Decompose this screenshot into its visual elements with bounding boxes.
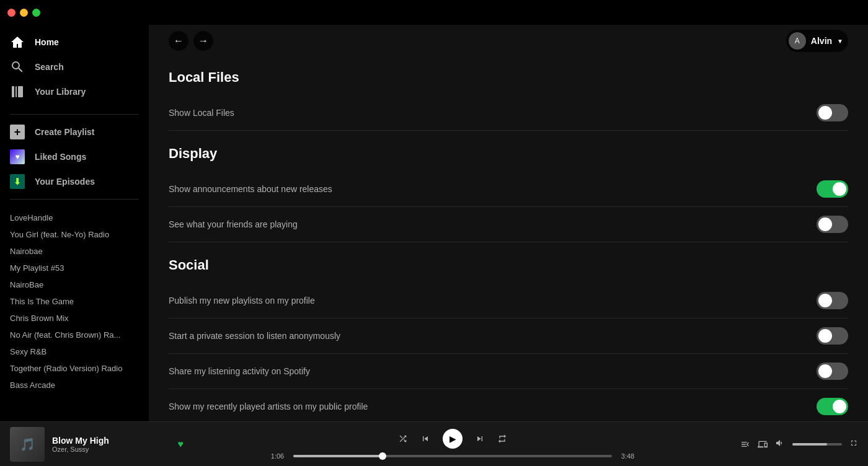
toggle-show-local-files[interactable] (817, 104, 848, 121)
setting-label: Share my listening activity on Spotify (169, 366, 310, 376)
player-bar: 🎵 Blow My High Ozer, Sussy ♥ ▶ (0, 421, 868, 466)
home-icon (10, 35, 25, 50)
avatar-letter: A (795, 37, 800, 45)
queue-icon[interactable] (740, 439, 750, 449)
close-button[interactable] (7, 9, 16, 17)
sidebar: Home Search Your Libra (0, 25, 149, 466)
section-title-display: Display (169, 146, 848, 162)
next-button[interactable] (475, 434, 485, 444)
player-right (722, 438, 858, 451)
like-button[interactable]: ♥ (178, 439, 184, 450)
setting-row: See what your friends are playing (169, 207, 848, 242)
sidebar-item-home[interactable]: Home (0, 30, 149, 55)
track-title: Blow My High (52, 436, 170, 446)
play-icon: ▶ (450, 434, 456, 444)
nav-arrows: ← → (169, 31, 213, 51)
track-info: Blow My High Ozer, Sussy (52, 436, 170, 453)
titlebar (0, 0, 868, 25)
create-playlist-button[interactable]: + Create Playlist (0, 120, 149, 144)
list-item[interactable]: Sexy R&B (0, 343, 149, 360)
app-layout: Home Search Your Libra (0, 25, 868, 466)
play-pause-button[interactable]: ▶ (443, 429, 463, 449)
setting-label: Start a private session to listen anonym… (169, 331, 340, 341)
back-button[interactable]: ← (169, 31, 188, 51)
create-playlist-label: Create Playlist (35, 127, 95, 137)
list-item[interactable]: Nairobae (0, 243, 149, 260)
svg-rect-2 (18, 86, 23, 97)
toggle-knob (818, 294, 832, 307)
track-thumbnail: 🎵 (10, 427, 45, 462)
minimize-button[interactable] (20, 9, 28, 17)
user-menu[interactable]: A Alvin ▼ (786, 30, 848, 52)
devices-icon[interactable] (758, 439, 768, 449)
top-nav: ← → A Alvin ▼ (169, 30, 848, 52)
toggle-private-session[interactable] (817, 327, 848, 345)
sidebar-item-search[interactable]: Search (0, 55, 149, 79)
toggle-announcements[interactable] (817, 180, 848, 198)
toggle-recent-artists[interactable] (817, 398, 848, 415)
toggle-knob (818, 364, 832, 378)
total-time: 3:48 (617, 452, 639, 460)
local-files-section: Local Files Show Local Files (169, 69, 848, 131)
user-name: Alvin (811, 36, 832, 46)
volume-bar[interactable] (792, 443, 842, 446)
setting-row: Show announcements about new releases (169, 172, 848, 207)
toggle-share-listening[interactable] (817, 363, 848, 380)
your-episodes-button[interactable]: ⬇ Your Episodes (0, 169, 149, 194)
sidebar-item-label: Search (35, 62, 64, 72)
chevron-down-icon: ▼ (837, 38, 843, 45)
player-track: 🎵 Blow My High Ozer, Sussy ♥ (10, 427, 184, 462)
fullscreen-button[interactable] (849, 439, 858, 449)
sidebar-divider-2 (10, 199, 139, 200)
setting-row: Publish my new playlists on my profile (169, 283, 848, 319)
list-item[interactable]: LoveHandle (0, 209, 149, 226)
sidebar-item-label: Your Library (35, 87, 86, 97)
shuffle-button[interactable] (398, 434, 408, 444)
list-item[interactable]: My Playlist #53 (0, 260, 149, 276)
toggle-knob (818, 329, 832, 343)
repeat-button[interactable] (497, 434, 507, 444)
library-icon (10, 84, 25, 99)
liked-songs-label: Liked Songs (35, 152, 86, 162)
setting-row: Share my listening activity on Spotify (169, 354, 848, 389)
toggle-knob (818, 218, 832, 231)
section-title-local-files: Local Files (169, 69, 848, 86)
forward-icon: → (198, 35, 208, 46)
setting-row: Show Local Files (169, 95, 848, 131)
list-item[interactable]: Together (Radio Version) Radio (0, 360, 149, 377)
sidebar-divider (10, 114, 139, 115)
toggle-knob (833, 400, 846, 413)
window-controls (7, 9, 40, 17)
forward-button[interactable]: → (193, 31, 213, 51)
previous-button[interactable] (420, 434, 430, 444)
display-section: Display Show announcements about new rel… (169, 146, 848, 242)
toggle-knob (833, 182, 846, 196)
toggle-publish-playlists[interactable] (817, 292, 848, 309)
social-section: Social Publish my new playlists on my pr… (169, 257, 848, 424)
volume-icon[interactable] (775, 438, 785, 451)
liked-songs-button[interactable]: ♥ Liked Songs (0, 144, 149, 169)
sidebar-nav: Home Search Your Libra (0, 25, 149, 109)
progress-area: 1:06 3:48 (267, 452, 639, 460)
list-item[interactable]: You Girl (feat. Ne-Yo) Radio (0, 226, 149, 243)
avatar: A (789, 32, 806, 50)
list-item[interactable]: NairoBae (0, 276, 149, 293)
setting-label: Publish my new playlists on my profile (169, 296, 315, 306)
sidebar-item-library[interactable]: Your Library (0, 79, 149, 104)
maximize-button[interactable] (32, 9, 40, 17)
sidebar-item-label: Home (35, 37, 59, 47)
track-artist: Ozer, Sussy (52, 446, 170, 453)
list-item[interactable]: Chris Brown Mix (0, 310, 149, 327)
list-item[interactable]: This Is The Game (0, 293, 149, 310)
progress-bar[interactable] (293, 455, 612, 457)
toggle-friends-playing[interactable] (817, 216, 848, 233)
current-time: 1:06 (267, 452, 288, 460)
setting-label: Show Local Files (169, 108, 234, 118)
list-item[interactable]: No Air (feat. Chris Brown) Ra... (0, 327, 149, 343)
search-icon (10, 59, 25, 74)
plus-icon: + (10, 125, 25, 139)
player-controls: ▶ 1:06 3:48 (184, 429, 722, 460)
toggle-knob (818, 106, 832, 120)
list-item[interactable]: Bass Arcade (0, 377, 149, 393)
progress-knob (379, 452, 386, 460)
